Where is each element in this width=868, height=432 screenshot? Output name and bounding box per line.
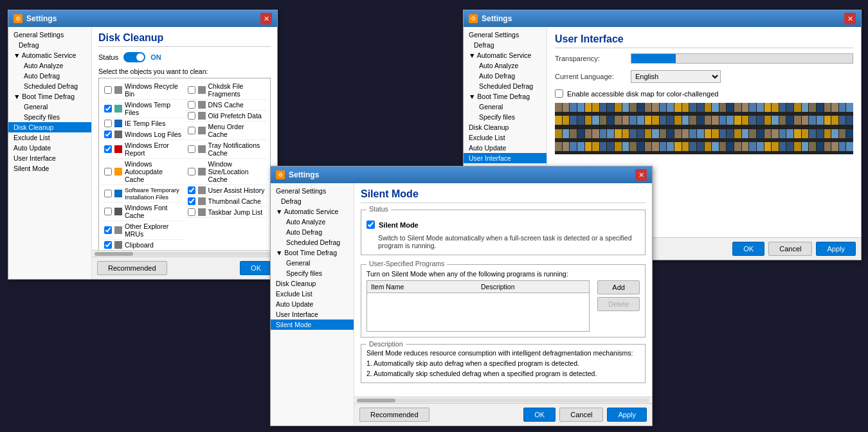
delete-button[interactable]: Delete bbox=[597, 297, 640, 311]
win2-cancel-button[interactable]: Cancel bbox=[768, 242, 812, 256]
win3-scrollbar[interactable] bbox=[354, 397, 652, 403]
win3-close-button[interactable]: ✕ bbox=[635, 169, 647, 181]
check-tray[interactable]: Tray Notifications Cache bbox=[185, 140, 268, 159]
check-menu-input[interactable] bbox=[188, 127, 195, 134]
sidebar-item-autodefrag[interactable]: Auto Defrag bbox=[8, 71, 91, 81]
win2-sidebar-scheduled[interactable]: Scheduled Defrag bbox=[464, 81, 547, 91]
check-recycle-input[interactable] bbox=[104, 86, 112, 94]
sidebar-item-autoupdate[interactable]: Auto Update bbox=[8, 143, 91, 153]
win3-sidebar-autodefrag[interactable]: Auto Defrag bbox=[271, 227, 354, 237]
win3-ok-button[interactable]: OK bbox=[523, 408, 556, 422]
check-error-input[interactable] bbox=[104, 145, 112, 153]
sidebar-item-scheduled[interactable]: Scheduled Defrag bbox=[8, 81, 91, 91]
colorblind-check[interactable] bbox=[555, 89, 563, 98]
check-explorer-mru[interactable]: Other Explorer MRUs bbox=[102, 221, 185, 240]
toggle-switch[interactable] bbox=[123, 52, 145, 62]
win2-sidebar-autoupdate[interactable]: Auto Update bbox=[464, 143, 547, 153]
sidebar-item-bootdefrag[interactable]: ▼ Boot Time Defrag bbox=[8, 91, 91, 102]
sidebar-item-silentmode[interactable]: Silent Mode bbox=[8, 163, 91, 174]
win3-sidebar-general2[interactable]: General bbox=[271, 258, 354, 268]
language-select[interactable]: English German French Spanish Chinese bbox=[631, 70, 721, 83]
check-autocache-input[interactable] bbox=[104, 168, 112, 176]
win3-sidebar-autoupdate[interactable]: Auto Update bbox=[271, 299, 354, 309]
check-thumbnail-input[interactable] bbox=[188, 197, 195, 205]
win2-sidebar-general[interactable]: General Settings bbox=[464, 30, 547, 40]
check-soft-input[interactable] bbox=[104, 190, 112, 197]
win2-sidebar-autoanalyze[interactable]: Auto Analyze bbox=[464, 60, 547, 71]
sidebar-item-userinterface[interactable]: User Interface bbox=[8, 153, 91, 163]
colorblind-row[interactable]: Enable accessible disk map for color-cha… bbox=[555, 89, 853, 98]
win3-sidebar-general[interactable]: General Settings bbox=[271, 186, 354, 196]
win2-sidebar-excludelist[interactable]: Exclude List bbox=[464, 132, 547, 143]
win2-apply-button[interactable]: Apply bbox=[816, 242, 856, 256]
check-explorer-input[interactable] bbox=[104, 226, 112, 234]
win2-ok-button[interactable]: OK bbox=[732, 242, 764, 256]
sidebar-item-excludelist[interactable]: Exclude List bbox=[8, 132, 91, 143]
win3-sidebar-bootdefrag[interactable]: ▼ Boot Time Defrag bbox=[271, 248, 354, 258]
check-font-cache[interactable]: Windows Font Cache bbox=[102, 203, 185, 221]
add-button[interactable]: Add bbox=[597, 280, 640, 294]
check-prefetch[interactable]: Old Prefetch Data bbox=[185, 111, 268, 122]
check-prefetch-input[interactable] bbox=[188, 112, 195, 120]
win2-close-button[interactable]: ✕ bbox=[844, 13, 856, 24]
win2-sidebar-autoservice[interactable]: ▼ Automatic Service bbox=[464, 50, 547, 60]
check-taskbar-jump[interactable]: Taskbar Jump List bbox=[185, 207, 268, 218]
win3-sidebar-specifyfiles[interactable]: Specify files bbox=[271, 268, 354, 278]
win3-apply-button[interactable]: Apply bbox=[607, 408, 647, 422]
check-temp-files[interactable]: Windows Temp Files bbox=[102, 100, 185, 118]
win3-sidebar-userinterface[interactable]: User Interface bbox=[271, 309, 354, 320]
check-recycle-bin[interactable]: Windows Recycle Bin bbox=[102, 81, 185, 100]
check-error-report[interactable]: Windows Error Report bbox=[102, 140, 185, 159]
sidebar-item-general[interactable]: General Settings bbox=[8, 30, 91, 40]
sidebar-item-specifyfiles[interactable]: Specify files bbox=[8, 112, 91, 122]
win2-sidebar-autodefrag[interactable]: Auto Defrag bbox=[464, 71, 547, 81]
check-soft-install[interactable]: Software Temporary Installation Files bbox=[102, 185, 185, 203]
win3-sidebar-autoanalyze[interactable]: Auto Analyze bbox=[271, 217, 354, 227]
check-dns-input[interactable] bbox=[188, 101, 195, 109]
win3-cancel-button[interactable]: Cancel bbox=[559, 408, 603, 422]
check-tray-input[interactable] bbox=[188, 145, 195, 153]
check-dns[interactable]: DNS Cache bbox=[185, 100, 268, 111]
win1-close-button[interactable]: ✕ bbox=[260, 13, 272, 24]
win3-sidebar-defrag[interactable]: Defrag bbox=[271, 196, 354, 206]
win2-sidebar-userinterface[interactable]: User Interface bbox=[464, 153, 547, 163]
win2-sidebar-general2[interactable]: General bbox=[464, 102, 547, 112]
check-menu-order[interactable]: Menu Order Cache bbox=[185, 122, 268, 140]
check-ie-input[interactable] bbox=[104, 120, 112, 127]
win3-recommended-button[interactable]: Recommended bbox=[359, 408, 429, 422]
sidebar-item-autoanalyze[interactable]: Auto Analyze bbox=[8, 60, 91, 71]
sidebar-item-general2[interactable]: General bbox=[8, 102, 91, 112]
silent-mode-check-row[interactable]: Silent Mode bbox=[366, 221, 640, 229]
win1-scrollbar[interactable] bbox=[92, 250, 277, 256]
win3-sidebar-autoservice[interactable]: ▼ Automatic Service bbox=[271, 206, 354, 217]
check-autocache[interactable]: Windows Autocupdate Cache bbox=[102, 159, 185, 185]
win1-recommended-button[interactable]: Recommended bbox=[97, 261, 167, 275]
check-userassist-input[interactable] bbox=[188, 186, 195, 194]
win2-sidebar-bootdefrag[interactable]: ▼ Boot Time Defrag bbox=[464, 91, 547, 102]
check-winsize-input[interactable] bbox=[188, 168, 195, 176]
sidebar-item-diskcleanup[interactable]: Disk Cleanup bbox=[8, 122, 91, 132]
check-clipboard-input[interactable] bbox=[104, 241, 112, 249]
win3-sidebar-diskcleanup[interactable]: Disk Cleanup bbox=[271, 278, 354, 289]
check-log-input[interactable] bbox=[104, 130, 112, 138]
win3-sidebar-excludelist[interactable]: Exclude List bbox=[271, 289, 354, 299]
win1-ok-button[interactable]: OK bbox=[240, 261, 272, 275]
win3-sidebar-scheduled[interactable]: Scheduled Defrag bbox=[271, 237, 354, 248]
check-chkdsk[interactable]: Chkdsk File Fragments bbox=[185, 81, 268, 100]
win3-sidebar-silentmode[interactable]: Silent Mode bbox=[271, 320, 354, 330]
check-ie-temp[interactable]: IE Temp Files bbox=[102, 118, 185, 129]
check-winsize[interactable]: Window Size/Location Cache bbox=[185, 159, 268, 185]
silent-mode-checkbox[interactable] bbox=[366, 221, 375, 229]
check-taskbar-input[interactable] bbox=[188, 208, 195, 216]
win2-sidebar-defrag[interactable]: Defrag bbox=[464, 40, 547, 50]
sidebar-item-autoservice[interactable]: ▼ Automatic Service bbox=[8, 50, 91, 60]
check-chkdsk-input[interactable] bbox=[188, 86, 195, 94]
check-clipboard[interactable]: Clipboard bbox=[102, 240, 185, 250]
transparency-bar[interactable] bbox=[631, 53, 853, 64]
sidebar-item-defrag[interactable]: Defrag bbox=[8, 40, 91, 50]
check-user-assist[interactable]: User Assist History bbox=[185, 185, 268, 196]
check-log-files[interactable]: Windows Log Files bbox=[102, 129, 185, 140]
check-temp-input[interactable] bbox=[104, 105, 112, 113]
win2-sidebar-specifyfiles[interactable]: Specify files bbox=[464, 112, 547, 122]
win2-sidebar-diskcleanup[interactable]: Disk Cleanup bbox=[464, 122, 547, 132]
